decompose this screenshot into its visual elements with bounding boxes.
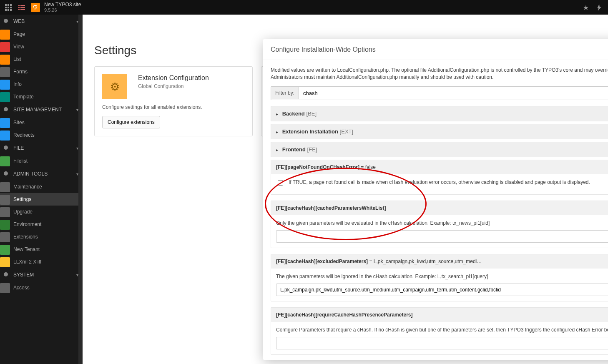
sidebar-item[interactable]: Sites <box>0 116 83 129</box>
svg-rect-0 <box>5 4 7 6</box>
option-text-input[interactable] <box>276 284 608 296</box>
group-icon <box>3 171 9 177</box>
option-header: [FE][cacheHash][excludedParameters] = L,… <box>271 254 608 269</box>
group-icon <box>3 18 9 24</box>
sidebar-item[interactable]: Upgrade <box>0 206 83 218</box>
svg-rect-3 <box>5 7 7 8</box>
list-icon[interactable] <box>18 3 26 12</box>
group-icon <box>3 145 9 151</box>
svg-rect-1 <box>8 4 9 6</box>
sidebar-item-label: Upgrade <box>13 209 33 215</box>
svg-rect-11 <box>18 7 20 8</box>
caret-down-icon: ▸ <box>276 112 278 116</box>
sidebar-item[interactable]: LLXml 2 Xliff <box>0 256 83 268</box>
config-section-header[interactable]: ▸ Extension Installation [EXT] <box>271 124 608 139</box>
section-tag: [BE] <box>306 110 317 117</box>
module-icon <box>0 245 10 255</box>
sidebar-group[interactable]: FILE▾ <box>0 141 83 155</box>
option-text-input[interactable] <box>276 230 608 243</box>
sidebar-group-label: ADMIN TOOLS <box>13 171 48 177</box>
bookmark-icon[interactable] <box>583 4 589 11</box>
svg-point-17 <box>4 146 8 150</box>
card-title: Extension Configuration <box>138 74 209 82</box>
sidebar-group[interactable]: SITE MANAGEMENT▾ <box>0 103 83 116</box>
site-name: New TYPO3 site <box>44 2 81 8</box>
module-icon <box>0 118 10 128</box>
group-icon <box>3 272 9 278</box>
option-key: [FE][pageNotFoundOnCHashError] <box>276 164 359 170</box>
sidebar-item[interactable]: View <box>0 40 83 53</box>
module-icon <box>0 131 10 141</box>
sidebar-item[interactable]: Extensions <box>0 231 83 243</box>
sidebar-item-label: New Tenant <box>13 246 40 252</box>
flush-cache-icon[interactable] <box>597 4 602 11</box>
svg-point-16 <box>4 107 8 111</box>
filter-label: Filter by: <box>271 87 299 99</box>
section-tag: [FE] <box>307 146 317 153</box>
sidebar-group[interactable]: WEB▾ <box>0 15 83 28</box>
svg-rect-13 <box>18 9 20 10</box>
module-icon <box>0 92 10 102</box>
option-text-input[interactable] <box>276 337 608 349</box>
svg-rect-2 <box>10 4 12 6</box>
sidebar-item[interactable]: Access <box>0 281 83 294</box>
module-icon <box>0 232 10 242</box>
sidebar-item-label: List <box>13 56 21 62</box>
sidebar-item[interactable]: Template <box>0 90 83 103</box>
module-icon <box>0 156 10 166</box>
sidebar-item[interactable]: Settings <box>0 193 83 206</box>
svg-rect-6 <box>5 9 7 11</box>
filter-input[interactable] <box>299 87 608 100</box>
sidebar-scrollbar[interactable] <box>78 15 83 364</box>
option-description: If TRUE, a page not found call is made w… <box>289 179 590 185</box>
option-key: [FE][cacheHash][requireCacheHashPresence… <box>276 312 412 318</box>
sidebar-item-label: Page <box>13 31 25 37</box>
topbar: New TYPO3 site 9.5.26 <box>0 0 608 15</box>
sidebar-group-label: SYSTEM <box>13 272 34 278</box>
main-content: Settings ⚙Extension ConfigurationGlobal … <box>83 15 608 364</box>
sidebar-group-label: SITE MANAGEMENT <box>13 107 62 113</box>
config-section-header[interactable]: ▸ Backend [BE] <box>271 106 608 121</box>
sidebar-item[interactable]: Page <box>0 28 83 40</box>
sidebar-item[interactable]: Maintenance <box>0 181 83 193</box>
config-option: [FE][pageNotFoundOnCHashError] = falseIf… <box>271 160 608 195</box>
sidebar-item-label: Redirects <box>13 132 35 138</box>
settings-card: ⚙Extension ConfigurationGlobal Configura… <box>94 66 253 136</box>
sidebar-item[interactable]: Environment <box>0 218 83 231</box>
sidebar-item[interactable]: List <box>0 53 83 65</box>
config-section-header[interactable]: ▸ Frontend [FE] <box>271 142 608 157</box>
module-icon <box>0 207 10 217</box>
sidebar-group[interactable]: ADMIN TOOLS▾ <box>0 167 83 181</box>
sidebar-item[interactable]: Info <box>0 78 83 90</box>
sidebar-group-label: WEB <box>13 18 25 24</box>
card-action-button[interactable]: Configure extensions <box>102 116 160 128</box>
option-description: Only the given parameters will be evalua… <box>276 220 608 226</box>
sidebar-item-label: Template <box>13 94 34 100</box>
modules-grid-icon[interactable] <box>4 3 13 12</box>
option-key: [FE][cacheHash][cachedParametersWhiteLis… <box>276 205 386 211</box>
sidebar-group[interactable]: SYSTEM▾ <box>0 268 83 281</box>
sidebar-item-label: Access <box>13 285 30 291</box>
modal-intro-text: Modified values are written to LocalConf… <box>271 67 608 81</box>
module-icon <box>0 80 10 90</box>
sidebar-item-label: Info <box>13 81 22 87</box>
sidebar-item[interactable]: Filelist <box>0 155 83 167</box>
sidebar-item-label: Filelist <box>13 158 28 164</box>
module-icon <box>0 55 10 65</box>
option-header: [FE][cacheHash][requireCacheHashPresence… <box>271 308 608 322</box>
svg-point-18 <box>4 171 8 176</box>
sidebar-item-label: Forms <box>13 69 28 75</box>
option-description: Configure Parameters that require a cHas… <box>276 327 608 333</box>
gear-icon: ⚙ <box>102 74 127 99</box>
sidebar-item[interactable]: Redirects <box>0 129 83 141</box>
option-checkbox[interactable] <box>278 180 283 186</box>
sidebar-item-label: LLXml 2 Xliff <box>13 259 41 265</box>
sidebar-item[interactable]: Forms <box>0 65 83 78</box>
section-name: Backend <box>282 110 305 117</box>
sidebar-item-label: Maintenance <box>13 184 42 190</box>
sidebar-item-label: Settings <box>13 196 31 202</box>
config-option: [FE][cacheHash][requireCacheHashPresence… <box>271 307 608 355</box>
sidebar-item[interactable]: New Tenant <box>0 243 83 256</box>
sidebar-item-label: View <box>13 44 24 50</box>
sidebar: WEB▾PageViewListFormsInfoTemplateSITE MA… <box>0 15 83 364</box>
